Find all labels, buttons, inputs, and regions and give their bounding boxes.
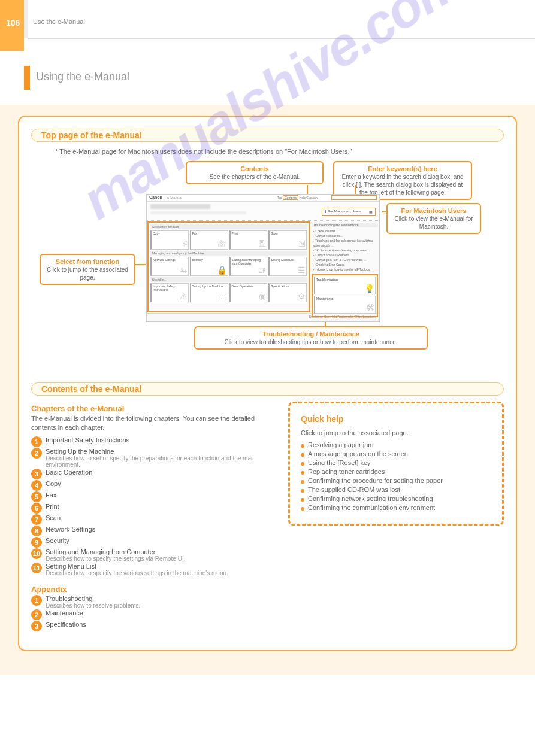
tile-setup[interactable]: Setting Up the Machine⬚ xyxy=(190,283,228,302)
bullet-icon xyxy=(301,480,304,484)
num-badge: 2 xyxy=(31,609,42,620)
emanual-label: e-Manual xyxy=(167,196,182,199)
blurred-title xyxy=(150,204,210,209)
num-badge: 5 xyxy=(31,491,42,502)
right-link[interactable]: Cannot scan a document ... xyxy=(313,253,377,257)
bullet-icon xyxy=(301,471,304,475)
column-right: Quick help Click to jump to the associat… xyxy=(288,402,504,632)
quick-help-list: Resolving a paper jam A message appears … xyxy=(301,441,491,511)
header-rule xyxy=(28,38,535,39)
chapters-list: 1Important Safety Instructions 2Setting … xyxy=(31,436,270,576)
callout-feature-title: Select from function xyxy=(46,257,129,266)
num-badge: 3 xyxy=(31,469,42,479)
chapter-item: 3Basic Operation xyxy=(31,469,270,479)
chapter-item: 2Setting Up the MachineDescribes how to … xyxy=(31,448,270,468)
quick-help-item[interactable]: Confirming the communication environment xyxy=(301,504,491,511)
main-card: Top page of the e-Manual * The e-Manual … xyxy=(18,116,517,651)
callout-trouble-desc: Click to view troubleshooting tips or ho… xyxy=(224,339,397,345)
section-intro: * The e-Manual page for Macintosh users … xyxy=(55,148,480,155)
bullet-icon xyxy=(301,453,304,457)
num-badge: 1 xyxy=(31,436,42,447)
callout-search-title: Enter keyword(s) here xyxy=(339,165,466,173)
tile-menulist[interactable]: Setting Menu List☰ xyxy=(268,257,307,276)
chapters-subhead: Chapters of the e-Manual xyxy=(31,404,270,413)
gear-icon: ⚙ xyxy=(298,292,306,301)
ss-footer: Disclaimer Copyright Trademarks Office L… xyxy=(147,313,379,321)
bullet-icon xyxy=(301,489,304,493)
quick-help-item[interactable]: Resolving a paper jam xyxy=(301,441,491,448)
right-link[interactable]: "A" (incorrect) error/warning > appears … xyxy=(313,248,377,253)
print-icon: 🖶 xyxy=(258,239,266,248)
ss-topbar: Canon e-Manual Top Contents Help Glossar… xyxy=(147,195,379,202)
group-label-function: Select from function xyxy=(150,224,307,229)
tile-fax[interactable]: Fax☏ xyxy=(190,230,228,250)
tile-network[interactable]: Network Settings⇆ xyxy=(150,257,189,276)
appendix-item: 2Maintenance xyxy=(31,609,270,620)
chapters-desc: The e-Manual is divided into the followi… xyxy=(31,414,270,433)
callout-contents-desc: See the chapters of the e-Manual. xyxy=(210,174,300,180)
callout-search-desc: Enter a keyword in the search dialog box… xyxy=(342,174,464,196)
emanual-screenshot: Canon e-Manual Top Contents Help Glossar… xyxy=(146,194,380,322)
chapter-item: 1Important Safety Instructions xyxy=(31,436,270,447)
bullet-icon xyxy=(301,462,304,466)
tile-scan[interactable]: Scan⇲ xyxy=(268,230,307,250)
appendix-list: 1TroubleshootingDescribes how to resolve… xyxy=(31,595,270,631)
right-link[interactable]: Telephone and fax calls cannot be switch… xyxy=(313,238,377,248)
num-badge: 9 xyxy=(31,537,42,548)
appendix-item: 1TroubleshootingDescribes how to resolve… xyxy=(31,595,270,609)
connector xyxy=(307,185,308,194)
quick-help-item[interactable]: Confirming network setting troubleshooti… xyxy=(301,495,491,502)
tile-maintenance[interactable]: Maintenance🛠 xyxy=(314,296,376,314)
group-label-useful: Useful in... xyxy=(150,277,307,282)
connector xyxy=(382,211,387,212)
page-header: 106 Use the e-Manual Using the e-Manual xyxy=(0,0,535,105)
link-help[interactable]: Help xyxy=(300,196,306,199)
tile-basic[interactable]: Basic Operation◉ xyxy=(229,283,268,302)
link-contents[interactable]: Contents xyxy=(283,195,298,200)
right-link[interactable]: Checking Error Codes xyxy=(313,262,377,267)
quick-help-box: Quick help Click to jump to the associat… xyxy=(288,402,504,526)
tile-security[interactable]: Security🔒 xyxy=(190,257,228,276)
content-backdrop: Top page of the e-Manual * The e-Manual … xyxy=(0,105,535,675)
callout-contents: Contents See the chapters of the e-Manua… xyxy=(186,161,324,184)
computer-icon: 🖳 xyxy=(258,265,266,275)
search-input[interactable] xyxy=(331,195,377,200)
warning-icon: ⚠ xyxy=(180,292,188,301)
ss-right-panel: Troubleshooting and Maintenance Check th… xyxy=(310,221,379,313)
quick-help-item[interactable]: A message appears on the screen xyxy=(301,450,491,457)
right-label: Troubleshooting and Maintenance xyxy=(312,223,378,227)
right-link[interactable]: I do not know how to use the MF Toolbox xyxy=(313,267,377,272)
right-link-list: Check this first ... Cannot send a fax .… xyxy=(312,227,378,273)
tile-setfrom[interactable]: Setting and Managing from Computer🖳 xyxy=(229,257,268,276)
num-badge: 11 xyxy=(31,563,42,573)
num-badge: 10 xyxy=(31,548,42,559)
link-top[interactable]: Top xyxy=(277,196,282,199)
title-accent-bar xyxy=(24,66,30,90)
tile-troubleshoot[interactable]: Troubleshooting💡 xyxy=(314,277,376,294)
group-label-manage: Managing and configuring the Machine xyxy=(150,251,307,256)
page-title: Using the e-Manual xyxy=(36,71,129,83)
wrench-icon: 🛠 xyxy=(366,303,374,312)
right-link[interactable]: Check this first ... xyxy=(313,229,377,233)
network-icon: ⇆ xyxy=(180,265,188,275)
quick-help-item[interactable]: Using the [Reset] key xyxy=(301,459,491,466)
copy-icon: ⎘ xyxy=(183,239,188,248)
ss-left-panel: Select from function Copy⎘ Fax☏ Print🖶 S… xyxy=(147,221,310,312)
tile-safety[interactable]: Important Safety Instructions⚠ xyxy=(150,283,189,302)
right-link[interactable]: Cannot send a fax ... xyxy=(313,233,377,238)
diagram: Contents See the chapters of the e-Manua… xyxy=(31,161,504,382)
quick-help-item[interactable]: Replacing toner cartridges xyxy=(301,468,491,475)
tile-copy[interactable]: Copy⎘ xyxy=(150,230,189,250)
lock-icon: 🔒 xyxy=(217,265,227,275)
tile-print[interactable]: Print🖶 xyxy=(229,230,268,250)
fax-icon: ☏ xyxy=(216,239,227,248)
right-link[interactable]: Cannot print from a TCP/IP network ... xyxy=(313,257,377,262)
num-badge: 2 xyxy=(31,448,42,459)
mac-users-button[interactable]: For Macintosh Users ▦ xyxy=(322,208,376,216)
tile-spec[interactable]: Specifications⚙ xyxy=(268,283,307,302)
link-glossary[interactable]: Glossary xyxy=(306,196,318,199)
chapter-item: 8Network Settings xyxy=(31,526,270,536)
chapter-item: 7Scan xyxy=(31,514,270,525)
quick-help-item[interactable]: Confirming the procedure for setting the… xyxy=(301,477,491,484)
quick-help-item[interactable]: The supplied CD-ROM was lost xyxy=(301,486,491,493)
